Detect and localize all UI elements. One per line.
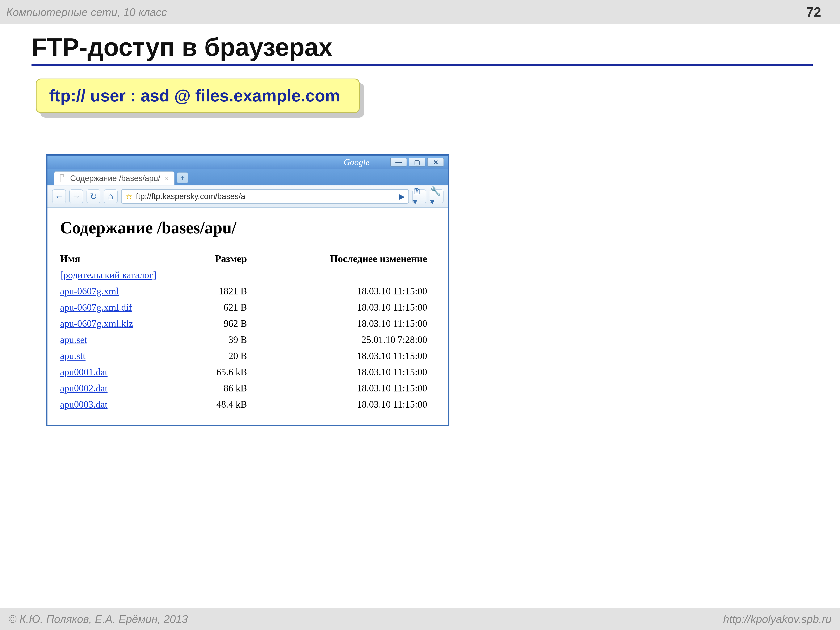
slide-footer: © К.Ю. Поляков, Е.А. Ерёмин, 2013 http:/… bbox=[0, 608, 840, 630]
table-row: apu-0607g.xml.dif621 B18.03.10 11:15:00 bbox=[60, 299, 436, 316]
file-size: 48.4 kB bbox=[194, 399, 260, 410]
directory-listing: Имя Размер Последнее изменение [родитель… bbox=[60, 246, 436, 412]
file-link[interactable]: apu-0607g.xml.dif bbox=[60, 302, 132, 313]
table-row: apu0001.dat65.6 kB18.03.10 11:15:00 bbox=[60, 364, 436, 380]
new-tab-button[interactable]: + bbox=[177, 172, 188, 183]
forward-button[interactable]: → bbox=[69, 189, 83, 203]
tab-strip: Содержание /bases/apu/ × + bbox=[47, 169, 448, 185]
back-button[interactable]: ← bbox=[52, 189, 66, 203]
tab-close-icon[interactable]: × bbox=[164, 174, 168, 183]
file-link[interactable]: apu-0607g.xml bbox=[60, 286, 119, 297]
directory-heading: Содержание /bases/apu/ bbox=[60, 218, 436, 246]
browser-titlebar: Google — ▢ ✕ bbox=[47, 156, 448, 169]
ftp-url-example: ftp:// user : asd @ files.example.com bbox=[49, 86, 340, 105]
table-row: apu-0607g.xml1821 B18.03.10 11:15:00 bbox=[60, 283, 436, 299]
file-modified: 25.01.10 7:28:00 bbox=[260, 334, 436, 345]
file-link[interactable]: apu.set bbox=[60, 334, 87, 345]
table-row: apu.set39 B25.01.10 7:28:00 bbox=[60, 332, 436, 348]
browser-content: Содержание /bases/apu/ Имя Размер Послед… bbox=[47, 208, 448, 425]
file-modified: 18.03.10 11:15:00 bbox=[260, 318, 436, 329]
file-modified: 18.03.10 11:15:00 bbox=[260, 302, 436, 313]
bookmark-star-icon[interactable]: ☆ bbox=[125, 192, 133, 201]
file-size: 621 B bbox=[194, 302, 260, 313]
table-row: apu.stt20 B18.03.10 11:15:00 bbox=[60, 348, 436, 364]
table-row: apu0002.dat86 kB18.03.10 11:15:00 bbox=[60, 380, 436, 396]
file-size: 962 B bbox=[194, 318, 260, 329]
table-row: apu0003.dat48.4 kB18.03.10 11:15:00 bbox=[60, 396, 436, 412]
col-modified: Последнее изменение bbox=[260, 253, 436, 264]
file-size: 86 kB bbox=[194, 383, 260, 394]
col-size: Размер bbox=[194, 253, 260, 264]
minimize-button[interactable]: — bbox=[390, 158, 407, 167]
address-bar[interactable]: ☆ ftp://ftp.kaspersky.com/bases/a ▶ bbox=[121, 189, 409, 204]
footer-url: http://kpolyakov.spb.ru bbox=[723, 613, 832, 625]
slide: Компьютерные сети, 10 класс 72 FTP-досту… bbox=[0, 0, 840, 630]
page-number: 72 bbox=[806, 5, 827, 20]
wrench-menu-button[interactable]: 🔧▾ bbox=[429, 189, 444, 203]
file-link[interactable]: apu0003.dat bbox=[60, 399, 107, 410]
file-size: 1821 B bbox=[194, 286, 260, 297]
file-modified: 18.03.10 11:15:00 bbox=[260, 350, 436, 362]
browser-brand: Google bbox=[52, 157, 369, 167]
file-link[interactable]: apu-0607g.xml.klz bbox=[60, 318, 133, 329]
reload-button[interactable]: ↻ bbox=[87, 189, 100, 203]
slide-header: Компьютерные сети, 10 класс 72 bbox=[0, 0, 840, 24]
file-link[interactable]: apu.stt bbox=[60, 351, 85, 361]
browser-window: Google — ▢ ✕ Содержание /bases/apu/ × + … bbox=[46, 154, 449, 426]
file-link[interactable]: apu0001.dat bbox=[60, 367, 107, 377]
file-modified: 18.03.10 11:15:00 bbox=[260, 399, 436, 410]
maximize-button[interactable]: ▢ bbox=[409, 158, 425, 167]
page-icon bbox=[60, 174, 66, 182]
address-text: ftp://ftp.kaspersky.com/bases/a bbox=[136, 192, 396, 201]
footer-copyright: © К.Ю. Поляков, Е.А. Ерёмин, 2013 bbox=[8, 613, 188, 625]
browser-tab[interactable]: Содержание /bases/apu/ × bbox=[54, 171, 175, 185]
parent-directory-link[interactable]: [родительский каталог] bbox=[60, 270, 156, 280]
page-title: FTP-доступ в браузерах bbox=[32, 33, 813, 66]
browser-toolbar: ← → ↻ ⌂ ☆ ftp://ftp.kaspersky.com/bases/… bbox=[47, 185, 448, 208]
tab-title: Содержание /bases/apu/ bbox=[70, 174, 160, 183]
file-size: 20 B bbox=[194, 350, 260, 362]
home-button[interactable]: ⌂ bbox=[104, 189, 118, 203]
file-size: 65.6 kB bbox=[194, 366, 260, 377]
file-modified: 18.03.10 11:15:00 bbox=[260, 366, 436, 377]
page-menu-button[interactable]: 🗎▾ bbox=[412, 189, 426, 203]
go-icon[interactable]: ▶ bbox=[399, 192, 405, 201]
file-modified: 18.03.10 11:15:00 bbox=[260, 383, 436, 394]
file-link[interactable]: apu0002.dat bbox=[60, 383, 107, 393]
col-name: Имя bbox=[60, 253, 194, 264]
course-title: Компьютерные сети, 10 класс bbox=[6, 6, 167, 19]
table-row: [родительский каталог] bbox=[60, 267, 436, 283]
file-modified: 18.03.10 11:15:00 bbox=[260, 286, 436, 297]
file-size: 39 B bbox=[194, 334, 260, 345]
table-row: apu-0607g.xml.klz962 B18.03.10 11:15:00 bbox=[60, 316, 436, 332]
ftp-url-example-box: ftp:// user : asd @ files.example.com bbox=[36, 79, 360, 113]
close-button[interactable]: ✕ bbox=[427, 158, 444, 167]
table-header: Имя Размер Последнее изменение bbox=[60, 250, 436, 267]
